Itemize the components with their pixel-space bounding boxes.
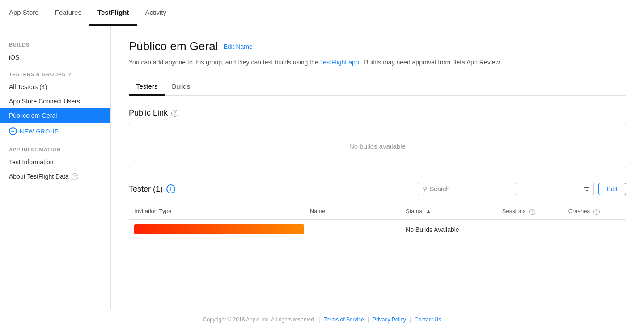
page-title-row: Público em Geral Edit Name xyxy=(129,39,626,53)
sidebar-item-test-info[interactable]: Test Information xyxy=(0,155,110,169)
footer: Copyright © 2018 Apple Inc. All rights r… xyxy=(0,309,644,330)
tab-testers[interactable]: Testers xyxy=(129,78,165,96)
test-info-label: Test Information xyxy=(9,159,54,166)
col-name: Name xyxy=(305,203,400,219)
top-nav: App Store Features TestFlight Activity xyxy=(0,0,644,26)
description-suffix: . Builds may need approval from Beta App… xyxy=(360,59,501,66)
no-builds-box: No builds available xyxy=(129,124,626,168)
testers-table: Invitation Type Name Status ▲ Sessions ?… xyxy=(129,203,626,240)
sidebar-item-about-testflight[interactable]: About TestFlight Data ? xyxy=(0,169,110,184)
filter-icon-button[interactable] xyxy=(580,182,594,196)
sidebar-item-publico[interactable]: Público em Geral xyxy=(0,108,110,123)
footer-terms[interactable]: Terms of Service xyxy=(324,317,364,323)
about-tf-help-icon: ? xyxy=(72,173,78,180)
public-link-section: Public Link ? xyxy=(129,108,626,118)
add-tester-button[interactable]: + xyxy=(166,184,175,193)
sidebar: BUILDS iOS TESTERS & GROUPS ? All Tester… xyxy=(0,26,111,309)
col-invitation-type: Invitation Type xyxy=(129,203,305,219)
tabs: Testers Builds xyxy=(129,78,626,96)
builds-section-label: BUILDS xyxy=(0,35,110,50)
sidebar-item-all-testers[interactable]: All Testers (4) xyxy=(0,80,110,94)
tester-title: Tester (1) + xyxy=(129,184,354,194)
publico-label: Público em Geral xyxy=(9,112,57,119)
footer-copyright: Copyright © 2018 Apple Inc. All rights r… xyxy=(203,317,316,323)
col-status[interactable]: Status ▲ xyxy=(400,203,497,219)
layout: BUILDS iOS TESTERS & GROUPS ? All Tester… xyxy=(0,26,644,309)
col-sessions: Sessions ? xyxy=(497,203,563,219)
public-link-help-icon: ? xyxy=(171,110,178,117)
footer-privacy[interactable]: Privacy Policy xyxy=(373,317,406,323)
tab-builds[interactable]: Builds xyxy=(165,78,197,96)
page-description: You can add anyone to this group, and th… xyxy=(129,58,626,67)
nav-activity[interactable]: Activity xyxy=(137,0,174,26)
sessions-help-icon: ? xyxy=(529,209,535,215)
about-tf-label: About TestFlight Data xyxy=(9,173,69,180)
col-crashes-label: Crashes xyxy=(568,208,590,214)
app-store-connect-label: App Store Connect Users xyxy=(9,98,80,105)
table-body: No Builds Available xyxy=(129,219,626,240)
status-sort-icon: ▲ xyxy=(426,208,432,214)
main-content: Público em Geral Edit Name You can add a… xyxy=(111,26,644,309)
testers-section-label: TESTERS & GROUPS ? xyxy=(0,64,110,80)
table-row: No Builds Available xyxy=(129,219,626,240)
svg-rect-0 xyxy=(584,187,589,188)
redacted-bar xyxy=(134,224,304,234)
testers-label-text: TESTERS & GROUPS xyxy=(9,72,66,77)
table-header: Invitation Type Name Status ▲ Sessions ?… xyxy=(129,203,626,219)
page-title: Público em Geral xyxy=(129,39,218,53)
all-testers-label: All Testers (4) xyxy=(9,83,47,90)
sidebar-item-ios[interactable]: iOS xyxy=(0,50,110,64)
nav-features[interactable]: Features xyxy=(47,0,89,26)
nav-testflight[interactable]: TestFlight xyxy=(89,0,137,26)
tester-header: Tester (1) + ⚲ Edit xyxy=(129,182,626,196)
new-group-label: NEW GROUP xyxy=(20,128,59,135)
footer-sep-2: | xyxy=(368,317,369,323)
crashes-cell xyxy=(563,219,626,240)
footer-contact[interactable]: Contact Us xyxy=(415,317,441,323)
new-group-plus-icon: + xyxy=(9,127,17,135)
app-info-section-label: APP INFORMATION xyxy=(0,140,110,155)
public-link-title: Public Link xyxy=(129,108,168,118)
col-sessions-label: Sessions xyxy=(502,208,526,214)
crashes-help-icon: ? xyxy=(593,209,600,215)
tester-actions: Edit xyxy=(580,182,626,196)
testflight-app-link[interactable]: TestFlight app xyxy=(320,59,359,66)
no-builds-text: No builds available xyxy=(349,142,406,150)
ios-label: iOS xyxy=(9,54,19,61)
description-text: You can add anyone to this group, and th… xyxy=(129,59,318,66)
edit-name-link[interactable]: Edit Name xyxy=(223,43,252,50)
testers-help-icon: ? xyxy=(68,72,72,77)
edit-button[interactable]: Edit xyxy=(598,183,626,195)
redacted-cell xyxy=(129,219,400,240)
search-box: ⚲ xyxy=(418,183,516,195)
sessions-cell xyxy=(497,219,563,240)
col-crashes: Crashes ? xyxy=(563,203,626,219)
footer-sep-1: | xyxy=(319,317,320,323)
nav-app-store[interactable]: App Store xyxy=(9,0,47,26)
new-group-button[interactable]: + NEW GROUP xyxy=(0,123,110,140)
footer-sep-3: | xyxy=(410,317,411,323)
svg-rect-1 xyxy=(585,189,589,190)
col-status-label: Status xyxy=(406,208,422,214)
search-input[interactable] xyxy=(430,185,511,193)
search-icon: ⚲ xyxy=(423,185,427,193)
svg-rect-2 xyxy=(586,190,588,191)
sidebar-item-app-store-connect[interactable]: App Store Connect Users xyxy=(0,94,110,108)
tester-count-label: Tester (1) xyxy=(129,184,163,194)
status-cell: No Builds Available xyxy=(400,219,497,240)
